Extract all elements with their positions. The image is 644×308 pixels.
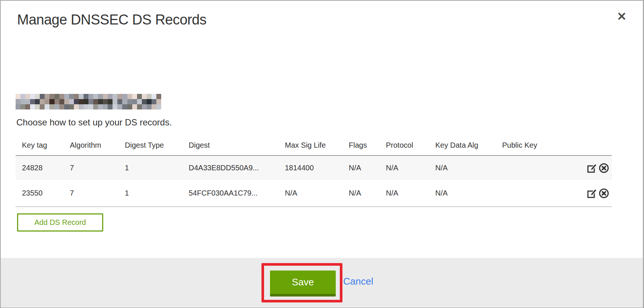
redacted-pixel [113, 94, 117, 99]
redacted-pixel [93, 99, 98, 104]
close-icon[interactable]: ✕ [614, 8, 630, 24]
redacted-pixel [84, 104, 88, 109]
redacted-pixel [49, 104, 54, 109]
add-ds-record-button[interactable]: Add DS Record [17, 213, 103, 232]
redacted-pixel [59, 94, 64, 99]
redacted-pixel [55, 104, 59, 109]
redacted-pixel [152, 99, 156, 104]
page-title: Manage DNSSEC DS Records [17, 12, 206, 28]
redacted-pixel [40, 94, 45, 99]
redacted-pixel [152, 104, 156, 109]
redacted-pixel [88, 94, 93, 99]
cell-digest-type: 1 [118, 189, 182, 197]
redacted-pixel [30, 99, 35, 104]
cell-key-tag: 24828 [16, 164, 64, 172]
cell-key-tag: 23550 [16, 189, 64, 197]
column-header-max-sig-life: Max Sig Life [279, 141, 342, 150]
redacted-pixel [20, 104, 25, 109]
redacted-pixel [142, 99, 147, 104]
redacted-pixel [16, 94, 20, 99]
redacted-pixel [16, 99, 20, 104]
redacted-pixel [93, 104, 98, 109]
redacted-pixel [25, 99, 30, 104]
redacted-pixel [74, 94, 79, 99]
redacted-pixel [69, 104, 74, 109]
redacted-pixel [156, 104, 161, 109]
row-actions [577, 163, 612, 174]
redacted-pixel [49, 94, 54, 99]
delete-icon[interactable] [598, 188, 609, 199]
column-header-digest: Digest [182, 141, 279, 150]
column-header-key-tag: Key tag [16, 141, 64, 150]
column-header-key-data-alg: Key Data Alg [429, 141, 496, 150]
redacted-pixel [113, 104, 117, 109]
redacted-pixel [132, 99, 137, 104]
cell-digest: 54FCF030AA1C79... [182, 189, 279, 197]
redacted-pixel [88, 99, 93, 104]
cell-digest: D4A33E8DD550A9... [182, 164, 279, 172]
redacted-pixel [103, 94, 108, 99]
cell-key-data-alg: N/A [429, 189, 496, 197]
redacted-pixel [152, 94, 156, 99]
edit-icon[interactable] [586, 188, 598, 199]
redacted-pixel [79, 104, 84, 109]
redacted-pixel [49, 99, 54, 104]
cell-digest-type: 1 [118, 164, 182, 172]
redacted-pixel [108, 104, 113, 109]
redacted-pixel [84, 94, 88, 99]
cancel-link[interactable]: Cancel [343, 276, 373, 287]
redacted-pixel [40, 104, 45, 109]
delete-icon[interactable] [598, 163, 609, 174]
redacted-pixel [45, 104, 49, 109]
redacted-pixel [98, 94, 103, 99]
redacted-pixel [117, 94, 122, 99]
redacted-pixel [98, 104, 103, 109]
redacted-pixel [79, 94, 84, 99]
redacted-pixel [20, 94, 25, 99]
redacted-pixel [142, 104, 147, 109]
redacted-pixel [137, 104, 142, 109]
redacted-pixel [74, 104, 79, 109]
redacted-pixel [25, 94, 30, 99]
cell-max-sig-life: 1814400 [279, 164, 342, 172]
manage-dnssec-dialog: Manage DNSSEC DS Records ✕ Choose how to… [0, 0, 644, 308]
redacted-pixel [132, 94, 137, 99]
redacted-pixel [98, 99, 103, 104]
save-button[interactable]: Save [270, 271, 336, 296]
redacted-pixel [113, 99, 117, 104]
redacted-pixel [74, 99, 79, 104]
column-header-algorithm: Algorithm [64, 141, 118, 150]
redacted-pixel [93, 94, 98, 99]
redacted-pixel [20, 99, 25, 104]
table-row: 24828 7 1 D4A33E8DD550A9... 1814400 N/A … [16, 156, 612, 180]
redacted-pixel [64, 104, 69, 109]
redacted-pixel [156, 94, 161, 99]
dialog-footer: Save Cancel [1, 258, 643, 308]
redacted-pixel [45, 94, 49, 99]
redacted-pixel [147, 94, 152, 99]
redacted-pixel [127, 94, 132, 99]
cell-flags: N/A [342, 189, 380, 197]
redacted-pixel [64, 94, 69, 99]
redacted-pixel [108, 94, 113, 99]
redacted-pixel [117, 104, 122, 109]
redacted-pixel [117, 99, 122, 104]
redacted-pixel [59, 104, 64, 109]
redacted-pixel [108, 99, 113, 104]
redacted-pixel [55, 94, 59, 99]
redacted-pixel [30, 104, 35, 109]
redacted-pixel [88, 104, 93, 109]
cell-flags: N/A [342, 164, 380, 172]
redacted-pixel [127, 99, 132, 104]
redacted-pixel [16, 104, 20, 109]
redacted-pixel [127, 104, 132, 109]
cell-max-sig-life: N/A [279, 189, 342, 197]
redacted-pixel [35, 99, 40, 104]
redacted-pixel [137, 99, 142, 104]
edit-icon[interactable] [586, 163, 598, 174]
redacted-pixel [69, 99, 74, 104]
redacted-pixel [69, 94, 74, 99]
cell-key-data-alg: N/A [429, 164, 496, 172]
redacted-pixel [30, 94, 35, 99]
redacted-pixel [156, 99, 161, 104]
